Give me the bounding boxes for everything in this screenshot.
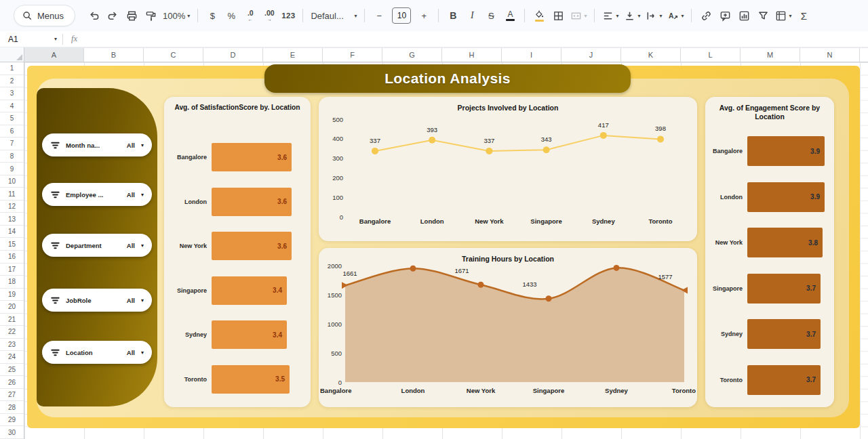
svg-text:Bangalore: Bangalore: [320, 387, 351, 394]
page-title: Location Analysis: [384, 70, 511, 87]
bar-row: Sydney3.7: [705, 319, 825, 349]
bar-row: Toronto3.5: [164, 365, 294, 394]
category-label: New York: [164, 243, 212, 249]
bar-track: 3.6: [212, 232, 294, 260]
bar-track: 3.7: [747, 319, 825, 349]
svg-text:Singapore: Singapore: [533, 387, 564, 394]
bar: 3.7: [747, 365, 821, 395]
svg-text:0: 0: [340, 213, 343, 221]
bar-row: Toronto3.7: [705, 365, 825, 395]
bar: 3.7: [747, 274, 821, 304]
bar-track: 3.6: [212, 143, 294, 171]
svg-text:337: 337: [484, 137, 494, 144]
chevron-down-icon: ▾: [141, 297, 144, 304]
svg-text:393: 393: [427, 126, 437, 133]
slicer-label: Month na...: [66, 142, 121, 149]
svg-text:Toronto: Toronto: [648, 217, 672, 225]
bar: 3.9: [747, 182, 825, 212]
bar-row: London3.9: [705, 182, 825, 212]
value-label: 3.4: [273, 287, 282, 294]
svg-text:343: 343: [541, 135, 552, 143]
svg-text:500: 500: [331, 350, 342, 357]
chart-title: Avg. of SatisfactionScore by. Location: [164, 104, 311, 112]
slicer-filter-icon: [50, 295, 60, 306]
bar: 3.9: [747, 136, 825, 166]
filter-slicer[interactable]: Month na...All▾: [42, 133, 152, 156]
category-label: Bangalore: [705, 148, 747, 154]
bar: 3.8: [747, 228, 823, 257]
bar-track: 3.9: [747, 136, 825, 166]
svg-text:1577: 1577: [658, 273, 672, 280]
bar-row: London3.6: [164, 188, 294, 216]
svg-text:Toronto: Toronto: [672, 387, 696, 394]
svg-text:London: London: [420, 217, 444, 225]
svg-text:Singapore: Singapore: [530, 217, 561, 225]
slicer-filter-icon: [50, 190, 60, 200]
category-label: London: [705, 194, 747, 201]
category-label: Sydney: [705, 331, 747, 337]
dashboard: Month na...All▾Employee ...All▾Departmen…: [0, 0, 868, 439]
training-chart-panel[interactable]: Training Hours by Location 0500100015002…: [319, 248, 697, 407]
projects-line-chart: 0100200300400500337Bangalore393London337…: [319, 114, 697, 232]
svg-text:2000: 2000: [328, 263, 342, 270]
bar: 3.6: [212, 143, 292, 171]
chevron-down-icon: ▾: [141, 350, 144, 356]
value-label: 3.8: [808, 239, 818, 247]
engagement-bar-chart: Bangalore3.9London3.9New York3.8Singapor…: [705, 136, 834, 395]
bar-track: 3.9: [747, 182, 825, 212]
category-label: London: [164, 198, 212, 205]
slicer-value[interactable]: All: [127, 297, 135, 304]
projects-chart-panel[interactable]: Projects Involved by Location 0100200300…: [319, 97, 697, 241]
slicer-filter-icon: [50, 348, 60, 358]
category-label: Toronto: [164, 376, 212, 383]
category-label: Bangalore: [164, 154, 212, 161]
svg-text:1000: 1000: [328, 320, 342, 328]
bar: 3.6: [212, 232, 292, 260]
bar-row: New York3.6: [164, 232, 294, 260]
slicer-filter-icon: [50, 140, 60, 150]
satisfaction-bar-chart: Bangalore3.6London3.6New York3.6Singapor…: [164, 143, 311, 394]
bar-track: 3.7: [747, 365, 825, 395]
svg-text:300: 300: [332, 154, 343, 162]
svg-text:1671: 1671: [454, 267, 469, 274]
svg-text:398: 398: [655, 125, 666, 132]
bar: 3.6: [212, 188, 292, 216]
category-label: Singapore: [705, 285, 747, 292]
chevron-down-icon: ▾: [141, 192, 144, 198]
filter-slicer[interactable]: DepartmentAll▾: [42, 234, 152, 257]
value-label: 3.4: [273, 331, 282, 339]
slicer-label: Department: [66, 242, 121, 249]
slicer-value[interactable]: All: [127, 349, 135, 356]
filter-slicer[interactable]: Employee ...All▾: [42, 183, 152, 206]
bar: 3.5: [212, 365, 290, 394]
bar: 3.7: [747, 319, 821, 349]
bar-row: New York3.8: [705, 228, 825, 257]
filter-slicer[interactable]: LocationAll▾: [42, 341, 152, 364]
category-label: New York: [705, 239, 747, 246]
svg-text:1500: 1500: [328, 291, 342, 299]
bar-track: 3.8: [747, 228, 825, 257]
svg-text:Sydney: Sydney: [605, 387, 629, 394]
category-label: Singapore: [164, 287, 212, 294]
value-label: 3.7: [806, 331, 816, 338]
filter-slicer[interactable]: JobRoleAll▾: [42, 289, 152, 312]
satisfaction-chart-panel[interactable]: Avg. of SatisfactionScore by. Location B…: [164, 97, 311, 407]
bar-row: Bangalore3.9: [705, 136, 825, 166]
svg-text:100: 100: [332, 194, 343, 201]
bar-row: Sydney3.4: [164, 320, 294, 349]
svg-text:London: London: [401, 387, 425, 394]
value-label: 3.7: [806, 285, 816, 292]
svg-text:417: 417: [598, 121, 609, 129]
bar-track: 3.7: [747, 274, 825, 304]
svg-text:New York: New York: [475, 217, 504, 225]
chart-title: Projects Involved by Location: [319, 104, 697, 112]
engagement-chart-panel[interactable]: Avg. of Engagement Score by Location Ban…: [705, 97, 834, 407]
chevron-down-icon: ▾: [141, 243, 144, 249]
category-label: Toronto: [705, 377, 747, 383]
slicer-label: Location: [66, 349, 121, 356]
slicer-value[interactable]: All: [127, 191, 135, 198]
slicer-value[interactable]: All: [127, 142, 135, 149]
slicer-value[interactable]: All: [127, 242, 135, 249]
slicer-label: JobRole: [66, 297, 121, 304]
bar-track: 3.4: [212, 276, 294, 305]
